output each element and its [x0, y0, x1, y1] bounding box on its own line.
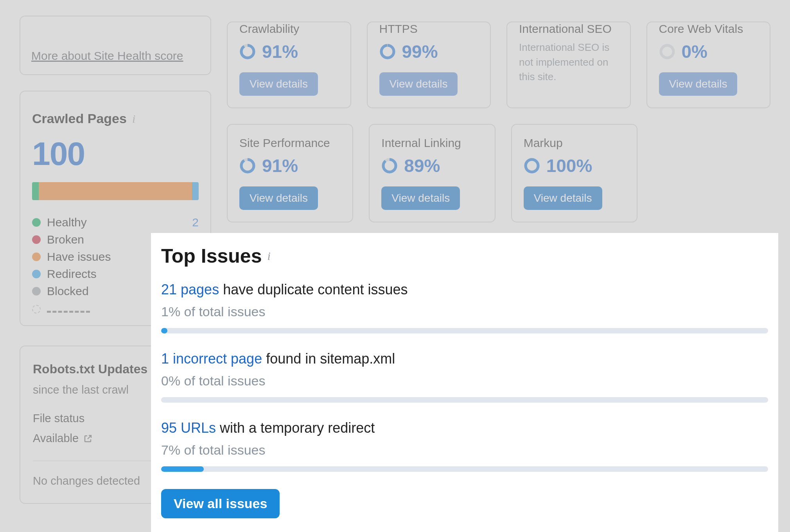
issue-text: have duplicate content issues	[219, 281, 408, 297]
donut-icon	[239, 43, 256, 60]
svg-point-11	[526, 159, 538, 172]
crawled-pages-count: 100	[32, 135, 199, 173]
legend-healthy[interactable]: Healthy 2	[32, 216, 199, 229]
donut-icon	[659, 43, 675, 60]
info-icon[interactable]: i	[132, 112, 135, 125]
svg-point-4	[661, 45, 673, 58]
metric-crawlability: Crawlability 91% View details	[227, 21, 351, 108]
dot-icon	[32, 218, 41, 227]
issue-progress	[161, 328, 768, 333]
view-details-button[interactable]: View details	[239, 186, 318, 210]
svg-point-3	[381, 45, 394, 58]
top-issues-title: Top Issues	[161, 245, 262, 267]
top-issues-popup: Top Issues i 21 pages have duplicate con…	[151, 233, 778, 532]
donut-icon	[381, 158, 398, 174]
donut-icon	[239, 158, 256, 174]
info-icon[interactable]: i	[267, 249, 270, 263]
legend-healthy-count: 2	[192, 216, 199, 229]
site-health-card: More about Site Health score	[20, 16, 211, 75]
issue-link[interactable]: 21 pages	[161, 281, 219, 297]
dot-icon	[32, 253, 41, 261]
svg-point-9	[383, 159, 396, 172]
issue-link[interactable]: 1 incorrect page	[161, 351, 262, 367]
issue-text: with a temporary redirect	[216, 420, 375, 436]
issue-subtext: 1% of total issues	[161, 304, 768, 319]
issue-subtext: 0% of total issues	[161, 373, 768, 389]
view-details-button[interactable]: View details	[381, 186, 460, 210]
issue-item[interactable]: 95 URLs with a temporary redirect 7% of …	[161, 420, 768, 472]
external-link-icon[interactable]	[83, 434, 93, 443]
robots-status-value: Available	[33, 432, 79, 445]
metric-site-performance: Site Performance 91% View details	[227, 124, 353, 222]
issue-item[interactable]: 21 pages have duplicate content issues 1…	[161, 281, 768, 333]
dot-icon	[32, 287, 41, 296]
issue-progress-fill	[161, 466, 204, 472]
metric-internal-linking: Internal Linking 89% View details	[369, 124, 495, 222]
crawled-pages-bar	[32, 182, 199, 200]
crawled-pages-title: Crawled Pages	[32, 111, 127, 126]
more-site-health-link[interactable]: More about Site Health score	[31, 49, 183, 63]
svg-point-7	[241, 159, 254, 172]
view-all-issues-button[interactable]: View all issues	[161, 489, 280, 518]
issue-progress	[161, 466, 768, 472]
issue-progress	[161, 397, 768, 403]
view-details-button[interactable]: View details	[379, 72, 458, 96]
view-details-button[interactable]: View details	[524, 186, 602, 210]
issue-progress-fill	[161, 328, 167, 333]
issue-subtext: 7% of total issues	[161, 442, 768, 458]
view-details-button[interactable]: View details	[239, 72, 318, 96]
metric-core-web-vitals: Core Web Vitals 0% View details	[646, 21, 771, 108]
view-details-button[interactable]: View details	[659, 72, 738, 96]
dot-icon	[32, 270, 41, 278]
issue-item[interactable]: 1 incorrect page found in sitemap.xml 0%…	[161, 351, 768, 403]
svg-point-1	[241, 45, 254, 58]
issue-text: found in sitemap.xml	[262, 351, 395, 367]
issue-link[interactable]: 95 URLs	[161, 420, 216, 436]
metric-https: HTTPS 99% View details	[367, 21, 491, 108]
metric-international-seo: International SEO International SEO is n…	[506, 21, 631, 108]
dot-icon	[32, 235, 41, 244]
metric-markup: Markup 100% View details	[511, 124, 637, 222]
donut-icon	[379, 43, 396, 60]
donut-icon	[524, 158, 540, 174]
